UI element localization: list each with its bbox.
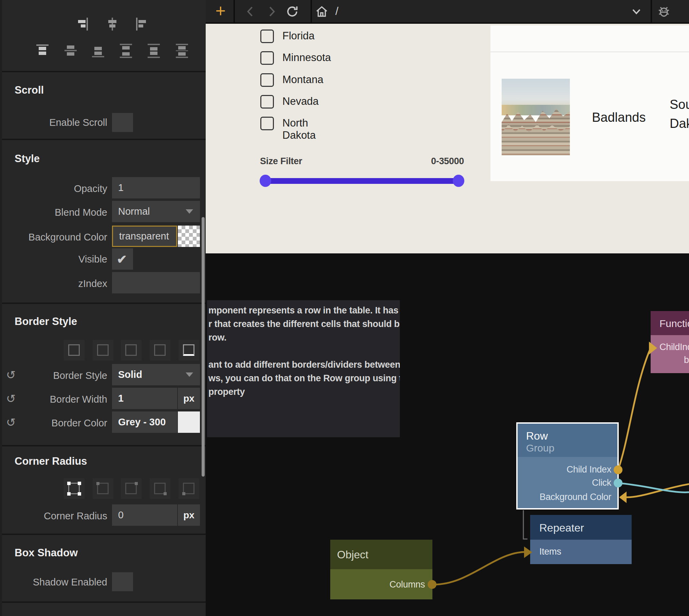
table-cell-name: Badlands — [592, 110, 646, 125]
north-dakota-checkbox[interactable] — [260, 117, 274, 130]
port-columns[interactable]: Columns — [390, 579, 425, 590]
enable-scroll-label: Enable Scroll — [2, 117, 107, 128]
box-shadow-section-title: Box Shadow — [15, 547, 78, 559]
node-row-group[interactable]: Row Group Child Index Click Background C… — [516, 422, 619, 509]
align-top-icon[interactable] — [35, 43, 50, 59]
corner-radius-label: Corner Radius — [2, 511, 107, 522]
port-child-index[interactable]: ChildInde — [659, 342, 689, 352]
tooltip-text: row. — [208, 332, 400, 343]
border-color-swatch[interactable] — [178, 411, 200, 433]
montana-checkbox[interactable] — [260, 73, 274, 87]
style-section-title: Style — [15, 153, 40, 165]
nevada-checkbox[interactable] — [260, 95, 274, 109]
align-right-icon[interactable] — [76, 16, 92, 32]
results-table: Badlands Sou Dak — [490, 25, 689, 181]
chevron-down-icon — [186, 209, 193, 214]
section-divider — [2, 71, 208, 72]
node-title: Function — [659, 318, 689, 329]
node-function[interactable]: Function ChildInde b — [651, 311, 689, 373]
border-style-label: Border Style — [2, 370, 107, 381]
checkbox-label: Florida — [282, 30, 315, 42]
border-left-button[interactable] — [150, 340, 170, 361]
corner-bottom-right-button[interactable] — [150, 478, 170, 499]
border-color-input[interactable]: Grey - 300 — [112, 411, 177, 433]
align-center-horizontal-icon[interactable] — [105, 16, 120, 32]
tooltip-text: r that creates the different cells that … — [208, 319, 400, 329]
home-icon[interactable] — [314, 4, 329, 19]
background-color-swatch[interactable] — [178, 226, 200, 247]
tooltip-text: ws, you can do that on the Row group usi… — [208, 373, 400, 384]
shadow-enabled-checkbox[interactable] — [112, 572, 133, 591]
section-divider — [2, 139, 208, 140]
border-right-button[interactable] — [121, 340, 142, 361]
corner-radius-unit: px — [178, 504, 200, 526]
forward-icon[interactable] — [264, 4, 279, 19]
size-filter-label: Size Filter — [260, 156, 302, 167]
port-click[interactable]: Click — [592, 478, 611, 488]
node-repeater[interactable]: Repeater Items — [530, 515, 632, 564]
node-title: Repeater — [539, 522, 584, 534]
corner-top-right-button[interactable] — [121, 478, 142, 499]
visible-label: Visible — [2, 254, 107, 265]
table-cell-state-line2: Dak — [670, 116, 689, 131]
add-tab-button[interactable]: + — [212, 2, 229, 20]
border-all-button[interactable] — [64, 340, 85, 361]
checkbox-label: Montana — [282, 74, 323, 86]
stretch-vertical-icon[interactable] — [174, 43, 190, 59]
enable-scroll-checkbox[interactable] — [112, 113, 133, 132]
node-object[interactable]: Object Columns — [330, 540, 432, 599]
properties-panel: Scroll Enable Scroll Style Opacity 1 Ble… — [0, 0, 206, 616]
slider-handle-max[interactable] — [453, 175, 464, 187]
florida-checkbox[interactable] — [260, 30, 274, 43]
border-width-input[interactable]: 1 — [112, 388, 177, 409]
zindex-input[interactable] — [112, 272, 200, 293]
port-background-color[interactable]: Background Color — [540, 492, 611, 502]
slider-handle-min[interactable] — [260, 175, 271, 187]
node-subtitle: Group — [526, 442, 554, 454]
zindex-label: zIndex — [2, 278, 107, 289]
port-items[interactable]: Items — [539, 546, 561, 557]
tooltip-text: ant to add different borders/dividers be… — [208, 360, 400, 370]
blend-mode-label: Blend Mode — [2, 207, 107, 218]
corner-radius-section-title: Corner Radius — [15, 455, 87, 467]
path-breadcrumb[interactable]: / — [335, 5, 338, 18]
corner-radius-input[interactable]: 0 — [112, 504, 177, 526]
size-filter-slider-track[interactable] — [265, 178, 459, 184]
debug-bug-icon[interactable] — [656, 4, 671, 19]
space-between-vertical-icon[interactable] — [118, 43, 134, 59]
border-bottom-button-selected[interactable] — [179, 340, 199, 361]
section-divider — [2, 303, 208, 304]
back-icon[interactable] — [243, 4, 258, 19]
minnesota-checkbox[interactable] — [260, 51, 274, 65]
port-clipped[interactable]: b — [684, 355, 689, 365]
checkbox-label: North Dakota — [282, 117, 316, 141]
background-color-input[interactable]: transparent — [112, 226, 177, 247]
app-window: Scroll Enable Scroll Style Opacity 1 Ble… — [0, 0, 689, 616]
tooltip-text: property — [208, 387, 400, 397]
section-divider — [2, 445, 208, 446]
corner-top-left-button[interactable] — [93, 478, 113, 499]
chevron-down-icon — [186, 372, 193, 377]
section-divider — [2, 601, 208, 603]
chevron-down-icon[interactable] — [629, 4, 644, 19]
border-top-button[interactable] — [93, 340, 113, 361]
align-left-icon[interactable] — [132, 16, 148, 32]
app-preview: + / Florida Minnesota Montana Nevada Nor… — [206, 0, 689, 253]
toolbar-separator — [234, 0, 235, 22]
align-middle-vertical-icon[interactable] — [63, 43, 78, 59]
opacity-input[interactable]: 1 — [112, 177, 200, 198]
port-child-index[interactable]: Child Index — [566, 464, 611, 475]
badlands-photo — [502, 79, 570, 155]
space-around-vertical-icon[interactable] — [146, 43, 162, 59]
corner-bottom-left-button[interactable] — [179, 478, 199, 499]
toolbar-separator — [311, 0, 312, 22]
refresh-icon[interactable] — [285, 4, 300, 19]
wire-background-color — [627, 484, 689, 497]
check-icon: ✔ — [117, 252, 127, 267]
corner-all-button-selected[interactable] — [64, 478, 85, 499]
preview-toolbar: + / — [206, 0, 689, 24]
panel-scrollbar[interactable] — [202, 217, 205, 477]
align-bottom-icon[interactable] — [90, 43, 106, 59]
node-graph-editor[interactable]: mponent represents a row in the table. I… — [206, 253, 689, 616]
border-width-label: Border Width — [2, 394, 107, 405]
